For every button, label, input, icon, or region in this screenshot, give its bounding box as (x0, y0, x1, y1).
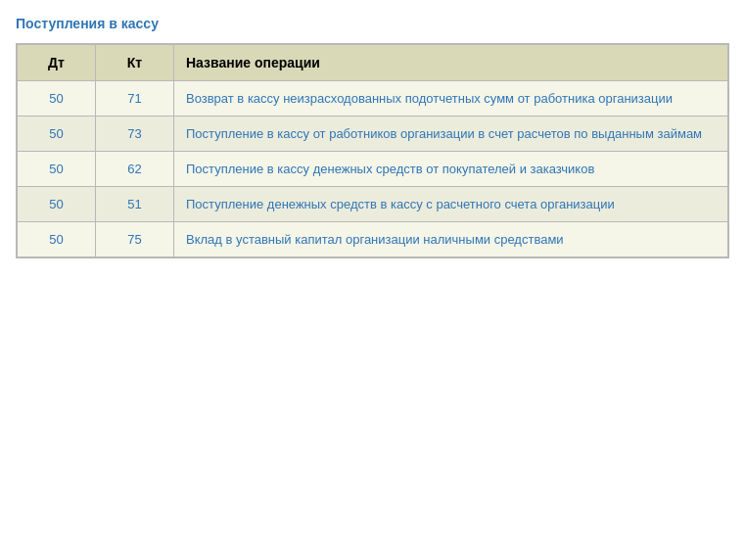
cell-kt: 71 (96, 81, 174, 117)
cell-kt: 73 (96, 117, 174, 152)
page-title: Поступления в кассу (16, 16, 729, 31)
table-header-row: Дт Кт Название операции (18, 45, 728, 81)
header-kt: Кт (96, 45, 174, 81)
header-dt: Дт (18, 45, 96, 81)
cell-operation: Поступление денежных средств в кассу с р… (174, 187, 728, 222)
table-row: 5062Поступление в кассу денежных средств… (18, 152, 728, 187)
cell-operation: Вклад в уставный капитал организации нал… (174, 222, 728, 257)
cell-kt: 51 (96, 187, 174, 222)
cell-dt: 50 (18, 152, 96, 187)
table-wrapper: Дт Кт Название операции 5071Возврат в ка… (16, 43, 729, 258)
table-row: 5073Поступление в кассу от работников ор… (18, 117, 728, 152)
operations-table: Дт Кт Название операции 5071Возврат в ка… (17, 44, 728, 257)
cell-operation: Поступление в кассу от работников органи… (174, 117, 728, 152)
cell-dt: 50 (18, 187, 96, 222)
cell-operation: Поступление в кассу денежных средств от … (174, 152, 728, 187)
header-operation: Название операции (174, 45, 728, 81)
cell-kt: 62 (96, 152, 174, 187)
cell-operation: Возврат в кассу неизрасходованных подотч… (174, 81, 728, 117)
cell-dt: 50 (18, 117, 96, 152)
cell-dt: 50 (18, 222, 96, 257)
table-row: 5075Вклад в уставный капитал организации… (18, 222, 728, 257)
cell-kt: 75 (96, 222, 174, 257)
table-row: 5071Возврат в кассу неизрасходованных по… (18, 81, 728, 117)
cell-dt: 50 (18, 81, 96, 117)
table-row: 5051Поступление денежных средств в кассу… (18, 187, 728, 222)
